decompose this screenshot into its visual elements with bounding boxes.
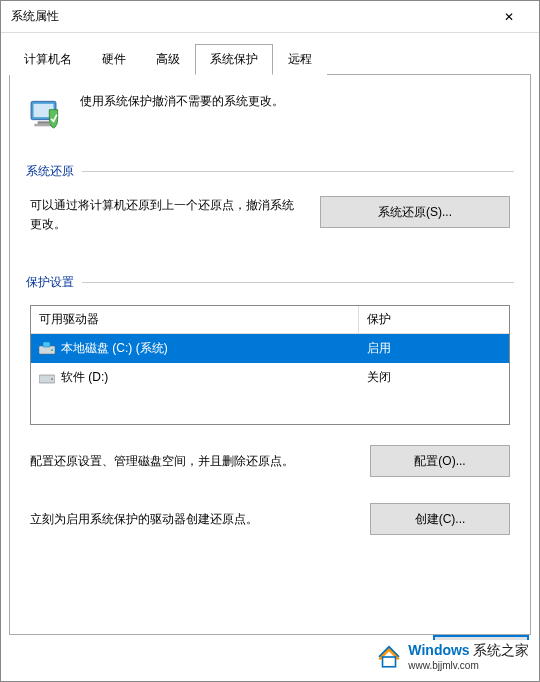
configure-description: 配置还原设置、管理磁盘空间，并且删除还原点。 [30, 452, 350, 471]
col-header-protection[interactable]: 保护 [359, 306, 509, 334]
drive-name-cell: 软件 (D:) [31, 367, 359, 388]
watermark-suffix: 系统之家 [473, 642, 529, 658]
section-protection-header: 保护设置 [26, 274, 514, 291]
window-title: 系统属性 [11, 8, 489, 25]
close-button[interactable]: ✕ [489, 3, 529, 31]
intro-text: 使用系统保护撤消不需要的系统更改。 [80, 93, 284, 110]
tab-hardware[interactable]: 硬件 [87, 44, 141, 75]
svg-rect-2 [38, 121, 50, 124]
table-row[interactable]: 软件 (D:) 关闭 [31, 363, 509, 392]
watermark-url: www.bjjmlv.com [408, 660, 529, 671]
create-button[interactable]: 创建(C)... [370, 503, 510, 535]
drive-protection-cell: 关闭 [359, 367, 509, 388]
system-drive-icon [39, 342, 55, 356]
svg-point-6 [51, 349, 53, 351]
watermark: Windows 系统之家 www.bjjmlv.com [372, 640, 533, 673]
tab-remote[interactable]: 远程 [273, 44, 327, 75]
drive-name: 本地磁盘 (C:) (系统) [61, 340, 168, 357]
system-restore-button[interactable]: 系统还原(S)... [320, 196, 510, 228]
section-restore-title: 系统还原 [26, 163, 74, 180]
close-icon: ✕ [504, 10, 514, 24]
drive-table: 可用驱动器 保护 本地磁盘 (C:) (系统) 启用 [30, 305, 510, 425]
section-system-restore-header: 系统还原 [26, 163, 514, 180]
tab-area: 计算机名 硬件 高级 系统保护 远程 使用系统保护撤消不需要的系统更改。 系统还… [1, 33, 539, 635]
svg-rect-5 [43, 342, 50, 347]
svg-rect-9 [383, 657, 396, 667]
drive-name-cell: 本地磁盘 (C:) (系统) [31, 338, 359, 359]
watermark-brand: Windows [408, 642, 469, 658]
tab-advanced[interactable]: 高级 [141, 44, 195, 75]
tab-system-protection[interactable]: 系统保护 [195, 44, 273, 75]
drive-name: 软件 (D:) [61, 369, 108, 386]
create-description: 立刻为启用系统保护的驱动器创建还原点。 [30, 510, 350, 529]
drive-icon [39, 371, 55, 385]
configure-button[interactable]: 配置(O)... [370, 445, 510, 477]
create-row: 立刻为启用系统保护的驱动器创建还原点。 创建(C)... [30, 503, 510, 535]
intro-row: 使用系统保护撤消不需要的系统更改。 [26, 93, 514, 133]
tab-content: 使用系统保护撤消不需要的系统更改。 系统还原 可以通过将计算机还原到上一个还原点… [9, 75, 531, 635]
restore-row: 可以通过将计算机还原到上一个还原点，撤消系统更改。 系统还原(S)... [30, 196, 510, 234]
tab-computer-name[interactable]: 计算机名 [9, 44, 87, 75]
house-logo-icon [376, 644, 402, 670]
drive-table-header: 可用驱动器 保护 [31, 306, 509, 334]
table-row[interactable]: 本地磁盘 (C:) (系统) 启用 [31, 334, 509, 363]
col-header-drive[interactable]: 可用驱动器 [31, 306, 359, 334]
configure-row: 配置还原设置、管理磁盘空间，并且删除还原点。 配置(O)... [30, 445, 510, 477]
shield-monitor-icon [26, 93, 66, 133]
tabs: 计算机名 硬件 高级 系统保护 远程 [9, 43, 531, 75]
titlebar: 系统属性 ✕ [1, 1, 539, 33]
restore-description: 可以通过将计算机还原到上一个还原点，撤消系统更改。 [30, 196, 300, 234]
watermark-text-block: Windows 系统之家 www.bjjmlv.com [408, 642, 529, 671]
section-protection-title: 保护设置 [26, 274, 74, 291]
drive-protection-cell: 启用 [359, 338, 509, 359]
svg-point-8 [51, 378, 53, 380]
